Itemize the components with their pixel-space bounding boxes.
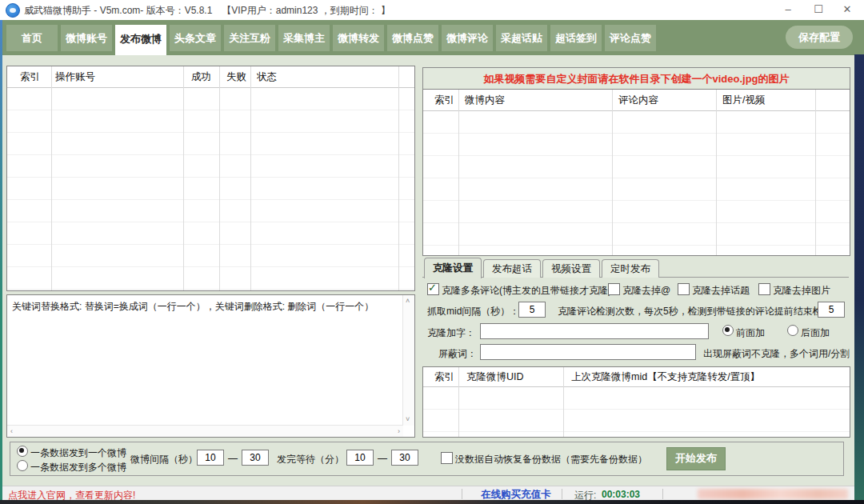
- remove-image-checkbox[interactable]: [758, 283, 770, 295]
- nav-tabs: 首页 微博账号 发布微博 头条文章 关注互粉 采集博主 微博转发 微博点赞 微博…: [6, 25, 656, 55]
- column-divider: [219, 66, 220, 290]
- horizontal-scrollbar[interactable]: ‹ ›: [7, 425, 403, 437]
- column-divider: [815, 90, 816, 255]
- tab-weibo-comment[interactable]: 微博评论: [442, 25, 493, 51]
- range-dash: —: [228, 453, 238, 464]
- wait-label: 发完等待（分）：: [277, 453, 354, 466]
- append-radio-label: 后面加: [801, 326, 830, 340]
- block-words-input[interactable]: [480, 344, 696, 360]
- detect-count-input[interactable]: [818, 302, 845, 318]
- remove-topic-checkbox[interactable]: [678, 283, 690, 295]
- one-data-multi-weibo-label: 一条数据发到多个微博: [30, 461, 126, 474]
- col-header-last-mid: 上次克隆微博mid【不支持克隆转发/置顶】: [571, 367, 760, 386]
- remove-image-label: 克隆去掉图片: [773, 284, 830, 298]
- table-rows: [423, 111, 850, 255]
- tab-headline-articles[interactable]: 头条文章: [170, 25, 221, 51]
- tab-video-settings[interactable]: 视频设置: [542, 259, 600, 278]
- column-divider: [250, 66, 251, 290]
- remove-topic-label: 克隆去掉话题: [692, 284, 750, 298]
- desktop-edge-right: [854, 54, 864, 501]
- status-bar: 点我进入官网，查看更新内容! 在线购买充值卡 运行: 00:03:03: [0, 486, 864, 502]
- col-header-account: 操作账号: [55, 66, 95, 87]
- mid-interval-input[interactable]: [518, 302, 546, 318]
- status-divider: [662, 489, 663, 499]
- one-data-one-weibo-label: 一条数据发到一个微博: [30, 446, 126, 460]
- clone-add-label: 克隆加字：: [427, 326, 475, 340]
- scroll-right-icon[interactable]: ›: [398, 428, 400, 435]
- save-config-button[interactable]: 保存配置: [786, 26, 853, 49]
- keywords-textarea[interactable]: 关键词替换格式: 替换词=换成词（一行一个），关键词删除格式: 删除词（一行一个…: [6, 294, 415, 438]
- tab-weibo-repost[interactable]: 微博转发: [333, 25, 384, 51]
- restore-backup-label: 没数据自动恢复备份数据（需要先备份数据）: [455, 453, 647, 466]
- tab-follow-mutual[interactable]: 关注互粉: [224, 25, 275, 51]
- column-divider: [716, 90, 717, 255]
- content-table[interactable]: 索引 微博内容 评论内容 图片/视频: [422, 89, 850, 256]
- column-divider: [183, 66, 184, 290]
- scroll-down-icon[interactable]: ˅: [406, 416, 410, 423]
- tab-collect-bloggers[interactable]: 采集博主: [278, 25, 330, 51]
- tab-weibo-accounts[interactable]: 微博账号: [61, 25, 112, 51]
- col-header-index: 索引: [20, 66, 40, 87]
- start-publish-button[interactable]: 开始发布: [666, 447, 726, 470]
- col-header-weibo-content: 微博内容: [465, 90, 505, 110]
- nav-bar: 首页 微博账号 发布微博 头条文章 关注互粉 采集博主 微博转发 微博点赞 微博…: [0, 20, 864, 55]
- tab-collect-supertopic[interactable]: 采超话贴: [496, 25, 547, 51]
- column-divider: [563, 367, 564, 437]
- clone-multi-comment-label: 克隆多条评论(博主发的且带链接才克隆): [442, 284, 611, 298]
- tab-home[interactable]: 首页: [6, 25, 58, 51]
- header-separator: [7, 87, 414, 88]
- col-header-fail: 失败: [226, 66, 246, 87]
- close-button[interactable]: ✕: [834, 0, 861, 20]
- title-bar: 威武猫微博助手 - V5m.com- 版本号：V5.8.1 【VIP用户：adm…: [0, 0, 864, 21]
- tab-comment-like[interactable]: 评论点赞: [605, 25, 656, 51]
- wait-to-input[interactable]: [391, 450, 418, 466]
- clone-table[interactable]: 索引 克隆微博UID 上次克隆微博mid【不支持克隆转发/置顶】: [422, 366, 850, 438]
- vertical-scrollbar[interactable]: ˄ ˅: [402, 295, 414, 426]
- one-data-multi-weibo-radio[interactable]: [17, 460, 28, 471]
- prepend-radio[interactable]: [722, 325, 734, 336]
- scroll-up-icon[interactable]: ˄: [406, 298, 410, 305]
- header-separator: [423, 386, 850, 387]
- accounts-table[interactable]: 索引 操作账号 成功 失败 状态: [6, 66, 415, 291]
- one-data-one-weibo-radio[interactable]: [17, 446, 28, 457]
- tab-scheduled-publish[interactable]: 定时发布: [602, 259, 659, 278]
- clone-multi-comment-checkbox[interactable]: [427, 283, 439, 295]
- table-rows: [423, 387, 850, 437]
- append-radio[interactable]: [787, 325, 798, 336]
- video-cover-banner: 如果视频需要自定义封面请在软件目录下创建一个video.jpg的图片: [422, 67, 850, 90]
- column-divider: [51, 66, 52, 290]
- tab-publish-supertopic[interactable]: 发布超话: [483, 259, 541, 278]
- status-divider: [462, 489, 462, 499]
- app-window: 威武猫微博助手 - V5m.com- 版本号：V5.8.1 【VIP用户：adm…: [0, 0, 864, 501]
- remove-at-label: 克隆去掉@: [622, 284, 670, 298]
- settings-tabs: 克隆设置 发布超话 视频设置 定时发布: [424, 258, 659, 278]
- tab-weibo-like[interactable]: 微博点赞: [387, 25, 438, 51]
- remove-at-checkbox[interactable]: [608, 283, 620, 295]
- publish-options-group: 一条数据发到一个微博 一条数据发到多个微博 微博间隔（秒）： — 发完等待（分）…: [10, 442, 844, 476]
- scroll-left-icon[interactable]: ‹: [10, 428, 13, 435]
- tab-supertopic-checkin[interactable]: 超话签到: [550, 25, 602, 51]
- column-divider: [458, 367, 459, 437]
- col-header-status: 状态: [257, 66, 277, 87]
- tab-publish-weibo[interactable]: 发布微博: [115, 25, 166, 55]
- scrollbar-divider: [398, 66, 399, 290]
- interval-to-input[interactable]: [242, 450, 269, 466]
- window-title: 威武猫微博助手 - V5m.com- 版本号：V5.8.1 【VIP用户：adm…: [24, 4, 390, 18]
- weibo-interval-label: 微博间隔（秒）：: [130, 453, 207, 466]
- keywords-format-note: 关键词替换格式: 替换词=换成词（一行一个），关键词删除格式: 删除词（一行一个…: [12, 299, 374, 314]
- col-header-comment: 评论内容: [618, 90, 658, 110]
- desktop-edge-bottom: [0, 500, 864, 504]
- status-divider: [562, 489, 562, 499]
- tab-clone-settings[interactable]: 克隆设置: [424, 258, 482, 278]
- wait-from-input[interactable]: [346, 450, 374, 466]
- mid-interval-label: 抓取mid间隔（秒）：: [427, 305, 519, 318]
- redacted-text-blur: [698, 489, 848, 499]
- minimize-button[interactable]: –: [774, 0, 802, 20]
- col-header-uid: 克隆微博UID: [466, 367, 524, 386]
- maximize-button[interactable]: ☐: [805, 0, 832, 20]
- clone-add-input[interactable]: [480, 323, 709, 339]
- restore-backup-checkbox[interactable]: [441, 452, 453, 464]
- table-rows: [7, 88, 414, 290]
- interval-from-input[interactable]: [197, 450, 224, 466]
- detect-count-label: 克隆评论检测次数，每次5秒，检测到带链接的评论提前结束检测：: [558, 305, 842, 318]
